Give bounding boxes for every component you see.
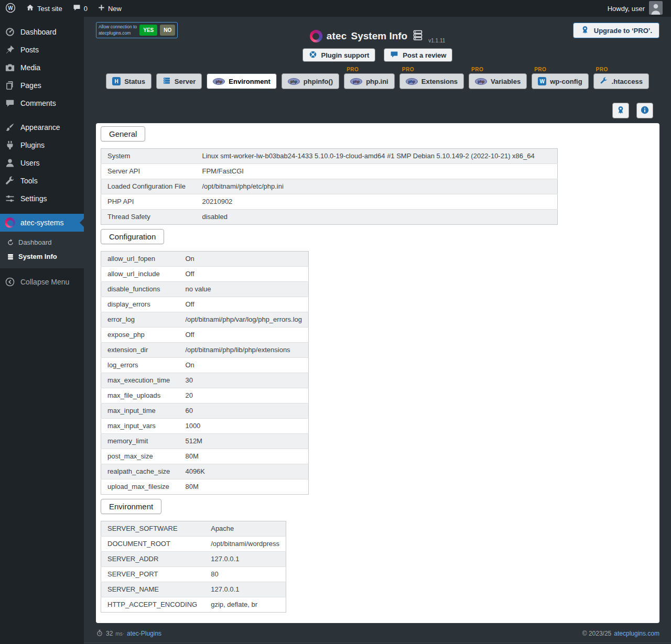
post-review-button[interactable]: Post a review [384,48,452,62]
tab-status[interactable]: H Status [106,73,151,89]
param-name: display_errors [101,297,179,312]
tab-variables[interactable]: php Variables [469,73,527,89]
param-name: log_errors [101,358,179,373]
param-value: 80M [179,479,308,495]
submenu-item-label: System Info [18,253,57,260]
tab-label: wp-config [550,78,582,85]
dashboard-icon [5,27,15,37]
section-title-general: General [101,126,145,141]
my-account-menu[interactable]: Howdy, user [602,0,668,17]
allow-line2: atecplugins.com [99,30,131,36]
pages-icon [5,80,15,91]
param-name: SERVER_SOFTWARE [101,521,205,537]
atecplugins-site-link[interactable]: atecplugins.com [614,630,659,637]
sidebar-item-tools[interactable]: Tools [0,172,84,190]
pro-badge: PRO [399,67,414,73]
allow-connection-text: Allow connection to atecplugins.com [99,24,137,36]
sidebar-item-dashboard[interactable]: Dashboard [0,23,84,41]
submenu-item-dashboard[interactable]: Dashboard [0,235,84,249]
refresh-icon [7,239,14,246]
home-icon [26,4,34,13]
sidebar-item-label: Pages [20,81,41,90]
table-row: max_input_vars1000 [101,419,309,434]
tab-environment[interactable]: php Environment [207,73,276,89]
table-row: max_input_time60 [101,403,309,419]
param-name: max_input_vars [101,419,179,434]
param-name: post_max_size [101,449,179,464]
table-row: expose_phpOff [101,328,309,343]
pro-badge: PRO [593,67,608,73]
sidebar-item-pages[interactable]: Pages [0,77,84,94]
sidebar-item-atec-systems[interactable]: atec-systems [0,214,84,232]
sidebar-item-media[interactable]: Media [0,59,84,77]
tab-extensions[interactable]: php Extensions [399,73,464,89]
environment-table: SERVER_SOFTWAREApacheDOCUMENT_ROOT/opt/b… [101,521,286,613]
medal-icon [580,25,590,36]
sidebar-item-label: Users [20,159,40,167]
comment-bubble-icon [73,4,81,13]
license-button[interactable] [612,103,629,118]
table-row: Thread Safetydisabled [101,210,558,225]
sidebar-item-users[interactable]: Users [0,154,84,172]
table-row: post_max_size80M [101,449,309,464]
param-value: 60 [179,403,308,419]
param-value: 80M [179,449,308,464]
sidebar-item-comments[interactable]: Comments [0,94,84,112]
upgrade-label: Upgrade to ‘PRO’. [594,27,652,35]
tab-wp-config[interactable]: W wp-config [532,73,588,89]
wp-logo-menu[interactable]: W [0,0,21,17]
sidebar-item-posts[interactable]: Posts [0,41,84,59]
pro-badge [282,67,284,73]
param-value: 127.0.0.1 [204,582,286,597]
param-value: 512M [179,434,308,449]
table-row: SERVER_PORT80 [101,567,286,582]
sidebar-item-settings[interactable]: Settings [0,190,84,208]
sidebar-item-label: Media [20,63,40,72]
comment-count: 0 [84,5,88,13]
tab-htaccess[interactable]: .htaccess [593,73,649,89]
param-name: error_log [101,312,179,328]
sidebar-item-label: Comments [20,99,56,107]
wordpress-logo-icon: W [5,3,16,15]
site-name-menu[interactable]: Test site [21,0,68,17]
param-name: extension_dir [101,343,179,358]
php-icon: php [406,78,418,85]
table-row: PHP API20210902 [101,194,558,210]
tab-column: PRO W wp-config [532,67,588,89]
allow-yes-button[interactable]: YES [139,25,157,36]
page-title-text: System Info [351,30,408,42]
tab-phpinfo[interactable]: php phpinfo() [282,73,339,89]
new-content-menu[interactable]: New [93,0,127,17]
upgrade-pro-button[interactable]: Upgrade to ‘PRO’. [573,23,659,38]
param-value: no value [179,282,308,297]
param-name: max_file_uploads [101,388,179,403]
sidebar-item-label: Plugins [20,141,45,149]
sidebar-item-appearance[interactable]: Appearance [0,118,84,136]
table-row: allow_url_includeOff [101,267,309,282]
tab-column: PRO .htaccess [593,67,649,89]
param-name: expose_php [101,328,179,343]
system-info-panel: General SystemLinux smt-worker-lw-b03bab… [96,123,659,623]
info-button[interactable] [636,103,653,118]
collapse-menu-button[interactable]: Collapse Menu [0,273,84,291]
plugin-support-button[interactable]: Plugin support [302,48,376,62]
submenu-item-label: Dashboard [18,238,52,246]
tab-php-ini[interactable]: php php.ini [344,73,395,89]
allow-no-button[interactable]: NO [160,25,175,36]
general-table: SystemLinux smt-worker-lw-b03bab24-1433 … [101,148,558,225]
param-name: allow_url_fopen [101,252,179,267]
allow-line1: Allow connection to [99,24,137,29]
atec-plugins-link[interactable]: atec-Plugins [127,630,161,637]
pro-badge [207,67,209,73]
server-rack-icon [7,253,14,260]
comments-menu[interactable]: 0 [68,0,93,17]
table-row: disable_functionsno value [101,282,309,297]
submenu-item-system-info[interactable]: System Info [0,249,84,264]
param-name: disable_functions [101,282,179,297]
sidebar-item-plugins[interactable]: Plugins [0,136,84,154]
camera-icon [5,62,15,73]
tab-server[interactable]: Server [156,73,202,89]
table-row: HTTP_ACCEPT_ENCODINGgzip, deflate, br [101,597,286,613]
configuration-table: allow_url_fopenOnallow_url_includeOffdis… [101,251,309,495]
table-row: extension_dir/opt/bitnami/php/lib/php/ex… [101,343,309,358]
